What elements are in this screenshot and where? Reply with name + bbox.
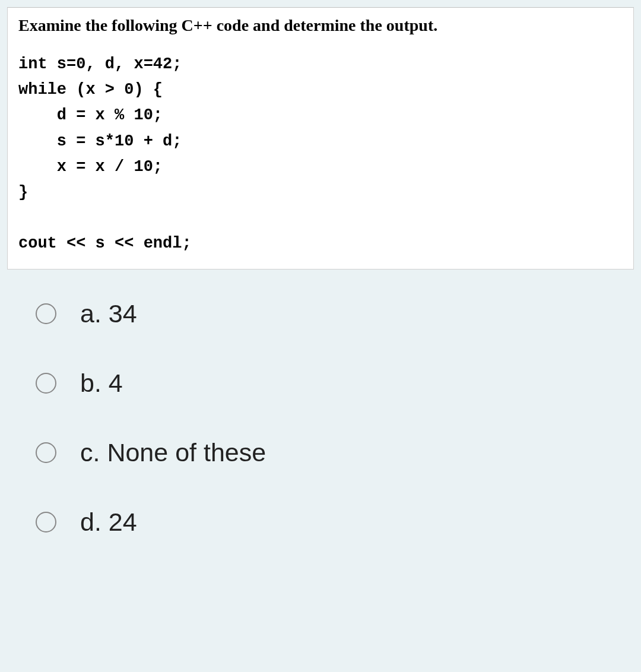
code-block: int s=0, d, x=42; while (x > 0) { d = x … xyxy=(8,52,633,269)
question-box: Examine the following C++ code and deter… xyxy=(7,7,634,270)
option-c[interactable]: c. None of these xyxy=(36,438,623,467)
option-label: d. 24 xyxy=(80,508,137,537)
option-label: a. 34 xyxy=(80,299,137,328)
option-label: b. 4 xyxy=(80,369,123,398)
option-letter: a xyxy=(80,299,94,328)
options-area: a. 34 b. 4 c. None of these d. 24 xyxy=(0,270,641,595)
code-line: } xyxy=(18,183,28,201)
option-text: 4 xyxy=(109,369,123,397)
radio-icon[interactable] xyxy=(36,512,56,532)
code-line: x = x / 10; xyxy=(18,158,163,176)
option-text: 34 xyxy=(109,299,137,328)
code-line: while (x > 0) { xyxy=(18,81,163,99)
code-line: s = s*10 + d; xyxy=(18,132,182,150)
option-letter: b xyxy=(80,369,94,397)
radio-icon[interactable] xyxy=(36,442,56,463)
code-line: int s=0, d, x=42; xyxy=(18,55,182,73)
code-line: cout << s << endl; xyxy=(18,234,192,252)
quiz-question: Examine the following C++ code and deter… xyxy=(0,7,641,595)
option-b[interactable]: b. 4 xyxy=(36,369,623,398)
radio-icon[interactable] xyxy=(36,373,56,394)
code-line: d = x % 10; xyxy=(18,106,163,124)
option-d[interactable]: d. 24 xyxy=(36,508,623,537)
option-a[interactable]: a. 34 xyxy=(36,299,623,328)
option-letter: d xyxy=(80,508,94,536)
radio-icon[interactable] xyxy=(36,303,56,324)
option-letter: c xyxy=(80,438,93,467)
option-label: c. None of these xyxy=(80,438,266,467)
option-text: 24 xyxy=(109,508,137,536)
option-text: None of these xyxy=(107,438,266,467)
question-title: Examine the following C++ code and deter… xyxy=(8,8,633,52)
